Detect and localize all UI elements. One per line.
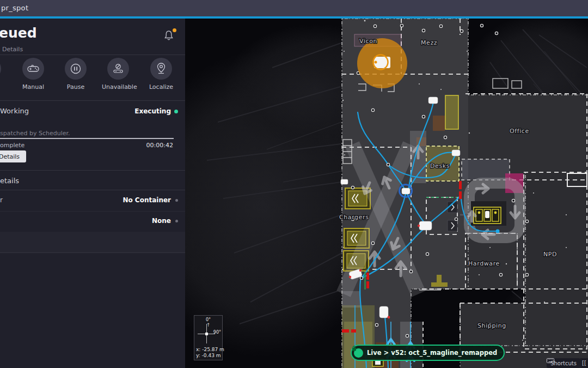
map-pin-icon bbox=[156, 62, 167, 75]
compass-north-label: 0° bbox=[206, 317, 211, 322]
robot-marker bbox=[341, 179, 348, 184]
area-label: Office bbox=[510, 128, 529, 135]
map-tool-button-partial[interactable]: [[ bbox=[580, 358, 588, 368]
notification-dot bbox=[173, 28, 176, 32]
details-heading: etails bbox=[0, 177, 19, 185]
elapsed-time: 00:00:42 bbox=[146, 142, 173, 149]
robot-detail-panel: eued Details ce Manual bbox=[0, 19, 186, 368]
area-label: Vicon bbox=[359, 38, 377, 45]
status-green-dot bbox=[174, 110, 178, 113]
gamepad-icon bbox=[27, 64, 39, 73]
robot-marker bbox=[452, 150, 460, 156]
area-label: Shipping bbox=[477, 322, 506, 329]
action-button-pause[interactable]: Pause bbox=[59, 58, 92, 91]
live-map-version-text: Live > v52: oct_5_magline_remapped bbox=[367, 349, 497, 357]
action-button-manual[interactable]: Manual bbox=[17, 58, 50, 91]
area-label: NPD bbox=[543, 251, 557, 258]
notifications-button[interactable] bbox=[163, 28, 176, 43]
panel-subtitle: Details bbox=[2, 46, 23, 53]
action-button-truncated[interactable]: ce bbox=[0, 58, 7, 91]
y-coordinate-readout: y: -0.43 m bbox=[196, 353, 220, 358]
area-label: Hardware bbox=[468, 260, 500, 267]
lock-icon bbox=[354, 348, 363, 358]
robot-marker bbox=[419, 221, 432, 230]
task-details-button[interactable]: Details bbox=[0, 150, 26, 162]
selected-robot-highlight[interactable] bbox=[357, 38, 407, 88]
area-label: Desks bbox=[430, 162, 450, 170]
task-heading: Working bbox=[0, 107, 29, 115]
panel-title: eued bbox=[0, 25, 37, 41]
area-label: Mezz bbox=[421, 39, 437, 46]
progress-label: omplete bbox=[0, 142, 24, 149]
action-button-unavailable[interactable]: Unavailable bbox=[102, 58, 134, 91]
robot-marker bbox=[428, 97, 438, 104]
detail-row-label: r bbox=[0, 196, 3, 204]
detail-row-value: None bbox=[152, 217, 171, 225]
bell-icon bbox=[163, 30, 174, 42]
task-description: spatched by Scheduler. bbox=[0, 130, 70, 137]
live-map-version-badge[interactable]: Live > v52: oct_5_magline_remapped bbox=[351, 345, 505, 361]
robot-slash-icon bbox=[112, 63, 125, 75]
map-viewport[interactable]: Vicon Mezz Office Desks Chargers Hardwar… bbox=[185, 19, 588, 368]
pause-icon bbox=[70, 63, 82, 75]
warehouse-map-canvas[interactable]: Vicon Mezz Office Desks Chargers Hardwar… bbox=[185, 19, 588, 368]
robot-name-tab[interactable]: pr_spot bbox=[1, 4, 28, 12]
compass-arrow-icon: ↑ bbox=[206, 322, 211, 328]
shortcuts-label: Shortcuts bbox=[550, 360, 577, 366]
robot-marker bbox=[379, 306, 388, 318]
detail-row-dot bbox=[175, 220, 178, 222]
task-progress-bar bbox=[0, 138, 174, 139]
top-bar: pr_spot bbox=[0, 0, 588, 16]
empty-section bbox=[0, 232, 185, 252]
detail-row-dot bbox=[175, 199, 178, 202]
keyboard-icon bbox=[547, 358, 554, 363]
area-label: Chargers bbox=[339, 214, 369, 221]
task-status: Executing bbox=[134, 107, 171, 115]
app-screen: pr_spot eued Details ce bbox=[0, 0, 588, 368]
action-button-localize[interactable]: Localize bbox=[145, 58, 177, 91]
detail-row-value: No Container bbox=[122, 196, 171, 204]
shortcuts-button[interactable]: Shortcuts bbox=[547, 358, 580, 368]
compass-widget: 0° ↑ 90° x: -25.87 m y: -0.43 m bbox=[194, 315, 223, 360]
x-coordinate-readout: x: -25.87 m bbox=[196, 347, 224, 352]
robot-marker bbox=[402, 188, 410, 194]
